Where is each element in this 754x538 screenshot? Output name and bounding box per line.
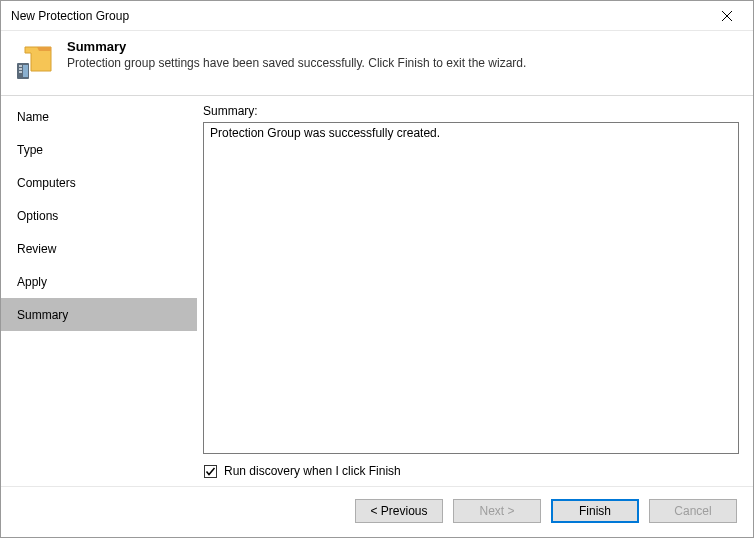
- titlebar: New Protection Group: [1, 1, 753, 31]
- finish-button[interactable]: Finish: [551, 499, 639, 523]
- sidebar-item-options[interactable]: Options: [1, 199, 197, 232]
- sidebar-item-type[interactable]: Type: [1, 133, 197, 166]
- svg-rect-4: [19, 68, 22, 70]
- close-icon: [722, 11, 732, 21]
- button-label: Cancel: [674, 504, 711, 518]
- dialog-window: New Protection Group Summary Protection …: [0, 0, 754, 538]
- summary-textbox[interactable]: Protection Group was successfully create…: [203, 122, 739, 454]
- sidebar-item-computers[interactable]: Computers: [1, 166, 197, 199]
- main-panel: Summary: Protection Group was successful…: [197, 96, 753, 486]
- button-row: < Previous Next > Finish Cancel: [1, 486, 753, 537]
- sidebar-item-summary[interactable]: Summary: [1, 298, 197, 331]
- sidebar-item-review[interactable]: Review: [1, 232, 197, 265]
- sidebar-item-name[interactable]: Name: [1, 100, 197, 133]
- wizard-icon: [15, 41, 55, 81]
- summary-label: Summary:: [203, 104, 739, 118]
- sidebar-item-label: Review: [17, 242, 56, 256]
- run-discovery-checkbox[interactable]: [204, 465, 217, 478]
- button-label: Finish: [579, 504, 611, 518]
- body: Name Type Computers Options Review Apply…: [1, 95, 753, 486]
- sidebar-item-label: Options: [17, 209, 58, 223]
- header-text: Summary Protection group settings have b…: [67, 39, 526, 70]
- svg-rect-3: [19, 65, 22, 67]
- svg-rect-5: [19, 71, 22, 73]
- sidebar-item-label: Summary: [17, 308, 68, 322]
- sidebar-item-label: Type: [17, 143, 43, 157]
- svg-rect-6: [23, 65, 28, 77]
- button-label: < Previous: [370, 504, 427, 518]
- sidebar-item-label: Computers: [17, 176, 76, 190]
- next-button: Next >: [453, 499, 541, 523]
- sidebar-item-apply[interactable]: Apply: [1, 265, 197, 298]
- sidebar: Name Type Computers Options Review Apply…: [1, 96, 197, 486]
- cancel-button: Cancel: [649, 499, 737, 523]
- header-title: Summary: [67, 39, 526, 54]
- checkmark-icon: [205, 466, 216, 477]
- window-title: New Protection Group: [11, 9, 707, 23]
- close-button[interactable]: [707, 2, 747, 30]
- summary-text: Protection Group was successfully create…: [210, 126, 440, 140]
- sidebar-item-label: Apply: [17, 275, 47, 289]
- checkbox-row: Run discovery when I click Finish: [203, 464, 739, 478]
- button-label: Next >: [479, 504, 514, 518]
- previous-button[interactable]: < Previous: [355, 499, 443, 523]
- header-description: Protection group settings have been save…: [67, 56, 526, 70]
- header: Summary Protection group settings have b…: [1, 31, 753, 95]
- sidebar-item-label: Name: [17, 110, 49, 124]
- run-discovery-label: Run discovery when I click Finish: [224, 464, 401, 478]
